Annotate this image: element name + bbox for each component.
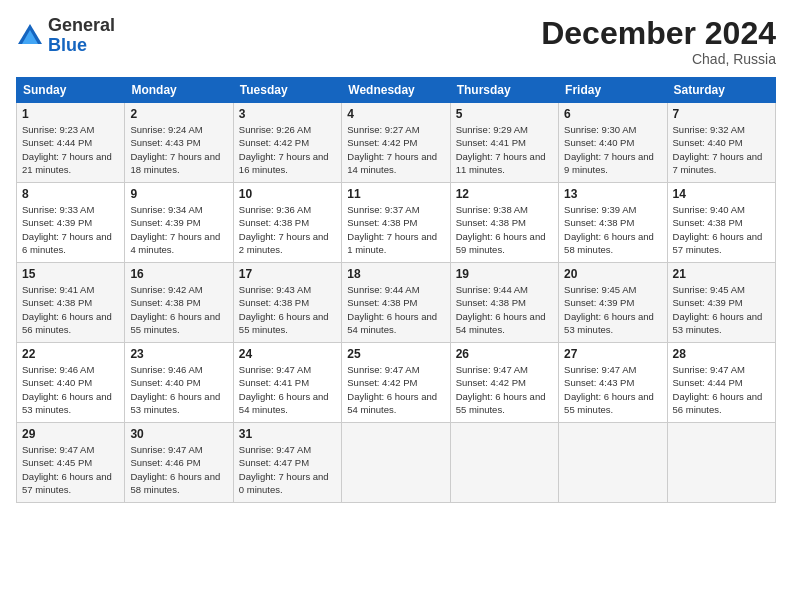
title-block: December 2024 Chad, Russia: [541, 16, 776, 67]
day-info: Sunrise: 9:47 AMSunset: 4:43 PMDaylight:…: [564, 363, 661, 416]
day-info: Sunrise: 9:47 AMSunset: 4:44 PMDaylight:…: [673, 363, 770, 416]
day-info: Sunrise: 9:43 AMSunset: 4:38 PMDaylight:…: [239, 283, 336, 336]
month-title: December 2024: [541, 16, 776, 51]
week-row-4: 22Sunrise: 9:46 AMSunset: 4:40 PMDayligh…: [17, 343, 776, 423]
day-number: 19: [456, 267, 553, 281]
day-number: 11: [347, 187, 444, 201]
table-row: 3Sunrise: 9:26 AMSunset: 4:42 PMDaylight…: [233, 103, 341, 183]
day-number: 12: [456, 187, 553, 201]
table-row: 7Sunrise: 9:32 AMSunset: 4:40 PMDaylight…: [667, 103, 775, 183]
day-number: 2: [130, 107, 227, 121]
table-row: 13Sunrise: 9:39 AMSunset: 4:38 PMDayligh…: [559, 183, 667, 263]
day-number: 29: [22, 427, 119, 441]
table-row: 11Sunrise: 9:37 AMSunset: 4:38 PMDayligh…: [342, 183, 450, 263]
header-row: Sunday Monday Tuesday Wednesday Thursday…: [17, 78, 776, 103]
table-row: 26Sunrise: 9:47 AMSunset: 4:42 PMDayligh…: [450, 343, 558, 423]
day-number: 23: [130, 347, 227, 361]
table-row: 24Sunrise: 9:47 AMSunset: 4:41 PMDayligh…: [233, 343, 341, 423]
day-info: Sunrise: 9:27 AMSunset: 4:42 PMDaylight:…: [347, 123, 444, 176]
header: General Blue December 2024 Chad, Russia: [16, 16, 776, 67]
day-number: 1: [22, 107, 119, 121]
table-row: 1Sunrise: 9:23 AMSunset: 4:44 PMDaylight…: [17, 103, 125, 183]
day-info: Sunrise: 9:23 AMSunset: 4:44 PMDaylight:…: [22, 123, 119, 176]
day-info: Sunrise: 9:42 AMSunset: 4:38 PMDaylight:…: [130, 283, 227, 336]
day-info: Sunrise: 9:34 AMSunset: 4:39 PMDaylight:…: [130, 203, 227, 256]
day-number: 21: [673, 267, 770, 281]
table-row: [667, 423, 775, 503]
day-info: Sunrise: 9:47 AMSunset: 4:41 PMDaylight:…: [239, 363, 336, 416]
day-info: Sunrise: 9:40 AMSunset: 4:38 PMDaylight:…: [673, 203, 770, 256]
col-saturday: Saturday: [667, 78, 775, 103]
day-info: Sunrise: 9:45 AMSunset: 4:39 PMDaylight:…: [673, 283, 770, 336]
table-row: [342, 423, 450, 503]
col-monday: Monday: [125, 78, 233, 103]
logo-icon: [16, 22, 44, 50]
col-sunday: Sunday: [17, 78, 125, 103]
table-row: 16Sunrise: 9:42 AMSunset: 4:38 PMDayligh…: [125, 263, 233, 343]
table-row: 31Sunrise: 9:47 AMSunset: 4:47 PMDayligh…: [233, 423, 341, 503]
col-tuesday: Tuesday: [233, 78, 341, 103]
day-info: Sunrise: 9:47 AMSunset: 4:45 PMDaylight:…: [22, 443, 119, 496]
day-info: Sunrise: 9:33 AMSunset: 4:39 PMDaylight:…: [22, 203, 119, 256]
table-row: 30Sunrise: 9:47 AMSunset: 4:46 PMDayligh…: [125, 423, 233, 503]
day-number: 7: [673, 107, 770, 121]
table-row: 25Sunrise: 9:47 AMSunset: 4:42 PMDayligh…: [342, 343, 450, 423]
day-info: Sunrise: 9:47 AMSunset: 4:47 PMDaylight:…: [239, 443, 336, 496]
day-info: Sunrise: 9:32 AMSunset: 4:40 PMDaylight:…: [673, 123, 770, 176]
day-info: Sunrise: 9:29 AMSunset: 4:41 PMDaylight:…: [456, 123, 553, 176]
day-info: Sunrise: 9:47 AMSunset: 4:42 PMDaylight:…: [347, 363, 444, 416]
day-number: 16: [130, 267, 227, 281]
day-number: 10: [239, 187, 336, 201]
day-number: 5: [456, 107, 553, 121]
day-info: Sunrise: 9:41 AMSunset: 4:38 PMDaylight:…: [22, 283, 119, 336]
table-row: 21Sunrise: 9:45 AMSunset: 4:39 PMDayligh…: [667, 263, 775, 343]
day-info: Sunrise: 9:30 AMSunset: 4:40 PMDaylight:…: [564, 123, 661, 176]
day-info: Sunrise: 9:36 AMSunset: 4:38 PMDaylight:…: [239, 203, 336, 256]
table-row: [559, 423, 667, 503]
day-info: Sunrise: 9:44 AMSunset: 4:38 PMDaylight:…: [347, 283, 444, 336]
day-number: 30: [130, 427, 227, 441]
table-row: 9Sunrise: 9:34 AMSunset: 4:39 PMDaylight…: [125, 183, 233, 263]
day-info: Sunrise: 9:39 AMSunset: 4:38 PMDaylight:…: [564, 203, 661, 256]
week-row-2: 8Sunrise: 9:33 AMSunset: 4:39 PMDaylight…: [17, 183, 776, 263]
col-thursday: Thursday: [450, 78, 558, 103]
day-number: 9: [130, 187, 227, 201]
day-info: Sunrise: 9:26 AMSunset: 4:42 PMDaylight:…: [239, 123, 336, 176]
location: Chad, Russia: [541, 51, 776, 67]
day-number: 28: [673, 347, 770, 361]
day-number: 8: [22, 187, 119, 201]
day-number: 27: [564, 347, 661, 361]
day-number: 17: [239, 267, 336, 281]
day-number: 18: [347, 267, 444, 281]
day-number: 22: [22, 347, 119, 361]
day-info: Sunrise: 9:44 AMSunset: 4:38 PMDaylight:…: [456, 283, 553, 336]
table-row: 14Sunrise: 9:40 AMSunset: 4:38 PMDayligh…: [667, 183, 775, 263]
table-row: 28Sunrise: 9:47 AMSunset: 4:44 PMDayligh…: [667, 343, 775, 423]
day-number: 20: [564, 267, 661, 281]
table-row: 20Sunrise: 9:45 AMSunset: 4:39 PMDayligh…: [559, 263, 667, 343]
logo: General Blue: [16, 16, 115, 56]
day-number: 31: [239, 427, 336, 441]
table-row: 6Sunrise: 9:30 AMSunset: 4:40 PMDaylight…: [559, 103, 667, 183]
day-number: 24: [239, 347, 336, 361]
col-friday: Friday: [559, 78, 667, 103]
day-info: Sunrise: 9:38 AMSunset: 4:38 PMDaylight:…: [456, 203, 553, 256]
table-row: 22Sunrise: 9:46 AMSunset: 4:40 PMDayligh…: [17, 343, 125, 423]
logo-blue-text: Blue: [48, 36, 115, 56]
day-info: Sunrise: 9:45 AMSunset: 4:39 PMDaylight:…: [564, 283, 661, 336]
day-number: 26: [456, 347, 553, 361]
table-row: 5Sunrise: 9:29 AMSunset: 4:41 PMDaylight…: [450, 103, 558, 183]
table-row: 4Sunrise: 9:27 AMSunset: 4:42 PMDaylight…: [342, 103, 450, 183]
table-row: 19Sunrise: 9:44 AMSunset: 4:38 PMDayligh…: [450, 263, 558, 343]
table-row: 8Sunrise: 9:33 AMSunset: 4:39 PMDaylight…: [17, 183, 125, 263]
day-number: 13: [564, 187, 661, 201]
table-row: 10Sunrise: 9:36 AMSunset: 4:38 PMDayligh…: [233, 183, 341, 263]
day-number: 6: [564, 107, 661, 121]
table-row: 18Sunrise: 9:44 AMSunset: 4:38 PMDayligh…: [342, 263, 450, 343]
day-info: Sunrise: 9:46 AMSunset: 4:40 PMDaylight:…: [22, 363, 119, 416]
week-row-5: 29Sunrise: 9:47 AMSunset: 4:45 PMDayligh…: [17, 423, 776, 503]
calendar-table: Sunday Monday Tuesday Wednesday Thursday…: [16, 77, 776, 503]
table-row: 27Sunrise: 9:47 AMSunset: 4:43 PMDayligh…: [559, 343, 667, 423]
day-info: Sunrise: 9:46 AMSunset: 4:40 PMDaylight:…: [130, 363, 227, 416]
logo-general-text: General: [48, 16, 115, 36]
